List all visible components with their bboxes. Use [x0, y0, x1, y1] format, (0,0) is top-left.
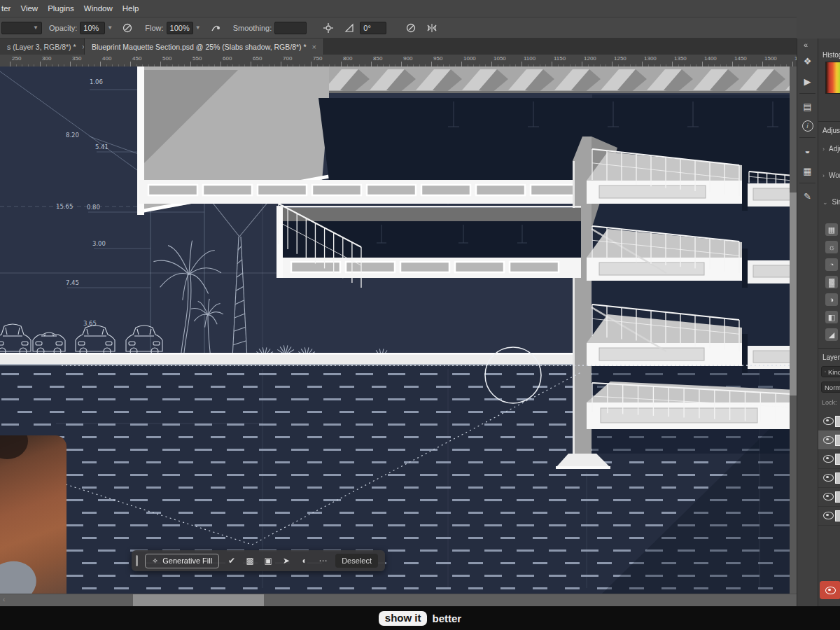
layer-row[interactable]	[818, 449, 840, 469]
symmetry-icon[interactable]	[426, 22, 438, 34]
adjustment-icon[interactable]: ◔	[825, 258, 838, 271]
layer-thumbnail[interactable]	[835, 416, 840, 427]
gear-icon[interactable]	[322, 22, 335, 34]
layer-visibility-eye-icon[interactable]	[823, 512, 834, 519]
vertical-scrollbar-thumb[interactable]	[790, 192, 797, 396]
airbrush-flow-icon[interactable]	[209, 22, 222, 34]
document-canvas[interactable]: 1.068.205.4115.650.803.007.453.65	[0, 66, 797, 594]
histogram-panel-title[interactable]: Histogram	[822, 51, 840, 59]
chevron-icon: ›	[822, 146, 825, 153]
ruler-tick-label: 1100	[524, 55, 536, 62]
dimension-label: 3.00	[92, 240, 106, 247]
horizontal-scrollbar[interactable]: ‹	[0, 594, 797, 606]
info-panel-icon[interactable]: i	[802, 120, 813, 132]
layer-row[interactable]	[818, 487, 840, 507]
layer-thumbnail[interactable]	[835, 510, 840, 522]
taskbar-drag-handle[interactable]	[136, 555, 138, 566]
more-options-icon[interactable]: ⋯	[317, 556, 328, 566]
actions-panel-icon[interactable]: ▶	[800, 74, 816, 89]
adjustment-icon[interactable]: ◑	[825, 293, 838, 306]
menu-item-window[interactable]: Window	[84, 4, 113, 13]
color-panel-icon[interactable]: ◒	[800, 143, 816, 158]
layer-visibility-eye-icon[interactable]	[823, 474, 834, 482]
smoothing-label: Smoothing:	[233, 24, 272, 32]
chevron-down-icon[interactable]: ▼	[107, 24, 113, 31]
layer-visibility-eye-icon[interactable]	[823, 436, 834, 444]
horizontal-scrollbar-thumb[interactable]	[133, 594, 264, 607]
layer-row[interactable]	[818, 430, 840, 450]
apply-brush-icon[interactable]: ✔	[226, 556, 237, 566]
flow-value[interactable]: 100%	[167, 22, 193, 34]
ruler-tick-label: 450	[132, 55, 141, 62]
chevron-down-icon: ▼	[33, 24, 38, 31]
adjustment-icon[interactable]: ▦	[825, 223, 838, 236]
adjustment-icon[interactable]: ◢	[825, 328, 838, 341]
adjustment-icon[interactable]: ▓	[825, 276, 838, 288]
panel-corner	[797, 0, 840, 38]
dimension-label: 5.41	[95, 144, 108, 150]
generative-fill-button[interactable]: ✧ Generative Fill	[145, 554, 219, 568]
chevron-icon: ⌄	[822, 199, 828, 206]
layers-panel-title[interactable]: Layers	[822, 354, 840, 361]
deselect-button[interactable]: Deselect	[335, 554, 378, 568]
layers-filter-search[interactable]: Kind	[821, 366, 840, 377]
ruler-tick-label: 500	[162, 55, 172, 62]
brush-angle-icon	[343, 22, 356, 34]
chevron-down-icon[interactable]: ▼	[195, 24, 201, 31]
layer-visibility-eye-icon[interactable]	[823, 493, 834, 500]
collapse-panels-icon[interactable]: «	[804, 41, 808, 49]
ruler-tick-label: 550	[192, 55, 202, 62]
airbrush-pressure-icon[interactable]	[405, 22, 417, 34]
invert-selection-icon[interactable]: ◐	[299, 556, 310, 566]
swatches-panel-icon[interactable]: ▦	[800, 163, 816, 178]
libraries-panel-icon[interactable]: ▤	[800, 99, 816, 114]
layer-thumbnail[interactable]	[835, 454, 840, 465]
airbrush-opacity-icon[interactable]	[121, 22, 134, 34]
layer-row[interactable]	[818, 468, 840, 488]
brush-preset-picker[interactable]: ▼	[1, 22, 42, 34]
feather-icon[interactable]: ➤	[281, 556, 292, 566]
menu-item-view[interactable]: View	[20, 4, 38, 13]
bottom-bar: show it better	[0, 606, 840, 630]
layer-thumbnail[interactable]	[835, 491, 840, 503]
dimension-label: 7.45	[66, 279, 79, 286]
webcam-person	[0, 435, 28, 459]
ruler-tick-label: 850	[373, 55, 382, 62]
layer-visibility-eye-icon[interactable]	[823, 417, 834, 425]
layer-visibility-red[interactable]	[820, 581, 840, 599]
adjustment-group[interactable]: ›Workflows	[822, 172, 840, 179]
adjustments-panel-title[interactable]: Adjustments	[822, 127, 840, 134]
scrollbar-left-arrow[interactable]: ‹	[3, 596, 5, 603]
create-mask-icon[interactable]: ▣	[262, 556, 274, 566]
generative-fill-icon: ✧	[152, 556, 158, 566]
layer-thumbnail[interactable]	[835, 472, 840, 484]
layer-visibility-eye-icon[interactable]	[823, 455, 834, 463]
opacity-value[interactable]: 10%	[80, 22, 105, 34]
tab-close-icon[interactable]: ×	[312, 43, 316, 51]
ruler-tick-label: 1250	[614, 55, 626, 62]
layer-row[interactable]	[818, 412, 840, 431]
opacity-label: Opacity:	[49, 24, 77, 32]
tool-options-bar: ▼ Opacity: 10% ▼ Flow: 100% ▼ Smoothing:…	[0, 18, 840, 38]
layer-row[interactable]	[818, 506, 840, 526]
menu-item-ter[interactable]: ter	[1, 4, 10, 13]
angle-value[interactable]: 0°	[360, 22, 386, 34]
adjustment-icon[interactable]: ◧	[825, 311, 838, 323]
menu-item-help[interactable]: Help	[122, 4, 139, 13]
smoothing-value[interactable]	[274, 22, 307, 34]
document-tab-1[interactable]: s (Layer 3, RGB/8*) *×	[0, 38, 85, 55]
adjustment-group[interactable]: ›Adjustment Presets	[822, 145, 840, 153]
layer-thumbnail[interactable]	[835, 435, 840, 446]
adjustment-icon[interactable]: ☼	[825, 241, 838, 253]
vertical-scrollbar[interactable]	[790, 66, 797, 594]
tool-presets-panel-icon[interactable]: ✎	[800, 188, 816, 204]
document-tab-2[interactable]: Blueprint Maquette Section.psd @ 25% (Sl…	[85, 38, 324, 55]
menu-item-plugins[interactable]: Plugins	[48, 4, 74, 13]
blend-mode-select[interactable]: Normal	[821, 382, 840, 393]
history-panel-icon[interactable]: ❖	[800, 53, 816, 69]
ruler-tick-label: 300	[42, 55, 51, 62]
adjustment-group[interactable]: ⌄Single Adjustments	[822, 198, 840, 206]
select-and-mask-icon[interactable]: ▩	[244, 556, 255, 566]
contextual-task-bar: ✧ Generative Fill ✔ ▩ ▣ ➤ ◐ ⋯ Deselect	[132, 550, 385, 571]
watermark-text: better	[432, 612, 461, 624]
